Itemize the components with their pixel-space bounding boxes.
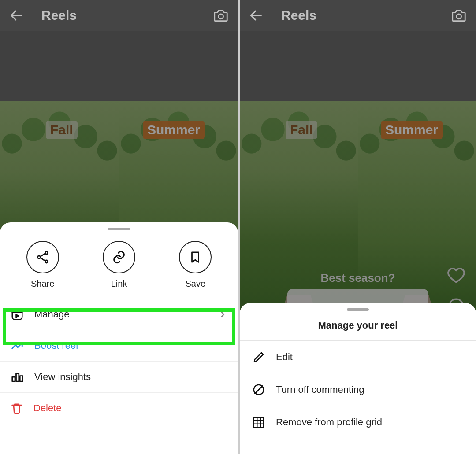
reel-manage-icon <box>11 308 24 321</box>
menu-item-insights-label: View insights <box>34 371 91 383</box>
menu-item-manage[interactable]: Manage <box>0 299 238 330</box>
manage-sheet-title: Manage your reel <box>240 314 476 340</box>
menu-item-turn-off-commenting[interactable]: Turn off commenting <box>240 373 476 406</box>
share-button[interactable]: Share <box>26 241 59 289</box>
manage-sheet: Manage your reel Edit Turn off commentin… <box>240 303 476 454</box>
grid-icon <box>252 416 265 429</box>
chevron-right-icon <box>218 310 227 319</box>
phone-left: Reels Fall Summer Share Link <box>0 0 238 454</box>
menu-item-remove-from-grid[interactable]: Remove from profile grid <box>240 406 476 439</box>
svg-line-20 <box>255 386 263 394</box>
svg-rect-15 <box>20 376 22 382</box>
disable-icon <box>252 383 265 396</box>
manage-menu: Edit Turn off commenting Remove from pro… <box>240 340 476 439</box>
svg-rect-14 <box>16 374 19 382</box>
bar-chart-icon <box>11 370 24 384</box>
page-title: Reels <box>281 8 316 23</box>
back-icon[interactable] <box>9 8 24 23</box>
menu-item-turn-off-commenting-label: Turn off commenting <box>276 384 364 395</box>
svg-line-6 <box>40 258 45 261</box>
save-label: Save <box>186 279 206 289</box>
sheet-grabber[interactable] <box>108 228 130 230</box>
menu-item-insights[interactable]: View insights <box>0 362 238 393</box>
camera-icon[interactable] <box>450 7 467 24</box>
menu-item-delete-label: Delete <box>33 402 62 414</box>
link-icon <box>112 250 126 265</box>
page-title: Reels <box>41 8 77 23</box>
trash-icon <box>11 402 23 415</box>
menu-item-remove-from-grid-label: Remove from profile grid <box>276 417 382 428</box>
app-topbar: Reels <box>240 0 476 31</box>
link-button[interactable]: Link <box>103 241 135 289</box>
menu-item-manage-label: Manage <box>34 309 70 320</box>
options-menu: Manage Boost reel View insights <box>0 299 238 424</box>
link-label: Link <box>111 279 127 289</box>
save-button[interactable]: Save <box>179 241 212 289</box>
share-icon <box>35 250 50 265</box>
svg-line-5 <box>40 254 45 257</box>
menu-item-boost[interactable]: Boost reel <box>0 330 238 362</box>
options-sheet: Share Link Save Manage <box>0 222 238 454</box>
svg-point-1 <box>218 14 223 19</box>
back-icon[interactable] <box>249 8 264 23</box>
menu-item-edit-label: Edit <box>276 351 293 363</box>
svg-marker-12 <box>16 314 19 318</box>
app-topbar: Reels <box>0 0 238 31</box>
svg-rect-21 <box>254 417 264 428</box>
sheet-grabber[interactable] <box>347 308 369 311</box>
share-label: Share <box>31 279 54 289</box>
camera-icon[interactable] <box>212 7 229 24</box>
trend-up-icon <box>11 339 24 352</box>
svg-point-17 <box>456 14 461 19</box>
menu-item-edit[interactable]: Edit <box>240 341 476 373</box>
svg-rect-13 <box>12 377 15 381</box>
bookmark-icon <box>189 250 202 265</box>
pencil-icon <box>252 351 265 364</box>
menu-item-delete[interactable]: Delete <box>0 393 238 424</box>
quick-actions-row: Share Link Save <box>0 234 238 299</box>
menu-item-boost-label: Boost reel <box>34 340 78 351</box>
phone-right: Reels Fall Summer Best season? FALL SUMM… <box>238 0 476 454</box>
